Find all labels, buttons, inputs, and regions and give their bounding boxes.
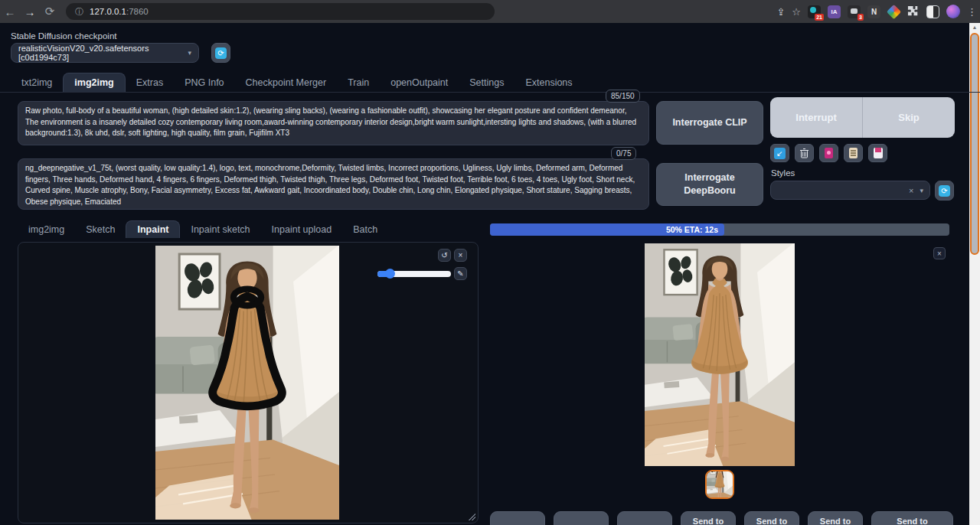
- tab-openoutpaint[interactable]: openOutpaint: [380, 73, 459, 92]
- tab-extras[interactable]: Extras: [126, 73, 174, 92]
- subtab-inpaint[interactable]: Inpaint: [126, 220, 180, 238]
- chevron-down-icon: ▾: [188, 49, 191, 57]
- checkpoint-refresh-button[interactable]: ⟳: [211, 43, 230, 63]
- tab-checkpoint-merger[interactable]: Checkpoint Merger: [235, 73, 338, 92]
- reload-icon[interactable]: ⟳: [40, 5, 60, 18]
- progress-bar: 50% ETA: 12s: [490, 223, 949, 236]
- address-bar[interactable]: ⓘ 127.0.0.1:7860: [66, 3, 495, 20]
- skip-button[interactable]: Skip: [862, 97, 955, 138]
- canvas-resize-handle[interactable]: [469, 514, 475, 520]
- tab-png-info[interactable]: PNG Info: [174, 73, 234, 92]
- send-to-button-7[interactable]: Send to: [871, 511, 953, 525]
- send-to-button-5[interactable]: Send to: [744, 511, 799, 525]
- main-tab-bar: txt2img img2img Extras PNG Info Checkpoi…: [11, 73, 583, 92]
- share-icon[interactable]: ⇪: [776, 6, 785, 18]
- subtab-inpaint-upload[interactable]: Inpaint upload: [261, 220, 343, 238]
- brush-size-slider[interactable]: [377, 271, 451, 277]
- site-info-icon[interactable]: ⓘ: [75, 6, 83, 18]
- save-style-button[interactable]: [868, 144, 887, 162]
- negative-token-counter: 0/75: [611, 147, 636, 160]
- output-preview-image[interactable]: [645, 243, 795, 466]
- back-icon[interactable]: ←: [0, 5, 20, 18]
- scrollbar-up-arrow[interactable]: ▲: [969, 23, 980, 32]
- browser-menu-icon[interactable]: ⋮: [967, 6, 977, 18]
- refresh-icon: ⟳: [215, 47, 227, 59]
- styles-dropdown[interactable]: × ▾: [770, 181, 930, 200]
- paste-params-button[interactable]: ↙: [770, 144, 789, 162]
- tab-train[interactable]: Train: [337, 73, 380, 92]
- browser-profile-avatar[interactable]: [946, 5, 960, 18]
- url-host: 127.0.0.1: [90, 7, 126, 16]
- paste-arrow-icon: ↙: [774, 148, 786, 159]
- img2img-tab-bar: img2img Sketch Inpaint Inpaint sketch In…: [18, 220, 388, 238]
- extension-messages-icon[interactable]: 3: [848, 5, 861, 18]
- extension-ia-icon[interactable]: IA: [828, 5, 841, 18]
- close-icon[interactable]: ×: [933, 247, 946, 259]
- browser-toolbar: ← → ⟳ ⓘ 127.0.0.1:7860 ⇪ ☆ 21 IA 3 N ⋮: [0, 0, 980, 23]
- stable-diffusion-webui: ← → ⟳ ⓘ 127.0.0.1:7860 ⇪ ☆ 21 IA 3 N ⋮ ▲…: [0, 0, 980, 525]
- page-scrollbar[interactable]: ▲: [969, 23, 980, 525]
- send-to-button-6[interactable]: Send to: [808, 511, 863, 525]
- positive-token-counter: 85/150: [606, 90, 640, 103]
- clipboard-icon: [849, 148, 858, 158]
- tab-settings[interactable]: Settings: [459, 73, 514, 92]
- refresh-icon: ⟳: [939, 185, 950, 197]
- interrupt-button[interactable]: Interrupt: [770, 97, 862, 138]
- negative-prompt-input[interactable]: ng_deepnegative_v1_75t, (worst quality, …: [18, 158, 649, 210]
- progress-fill: 50% ETA: 12s: [490, 223, 724, 236]
- interrogate-deepbooru-line2: DeepBooru: [684, 184, 735, 197]
- brush-slider-handle[interactable]: [385, 269, 395, 279]
- zip-button[interactable]: [554, 511, 609, 525]
- interrogate-deepbooru-line1: Interrogate: [684, 171, 734, 184]
- flower-card-icon: [825, 148, 833, 158]
- style-card-button[interactable]: [819, 144, 838, 162]
- save-button[interactable]: [490, 511, 545, 525]
- close-icon[interactable]: ×: [454, 249, 467, 262]
- tab-extensions[interactable]: Extensions: [514, 73, 583, 92]
- bookmark-star-icon[interactable]: ☆: [792, 6, 801, 18]
- brush-icon[interactable]: ✎: [454, 267, 467, 280]
- subtab-img2img[interactable]: img2img: [18, 220, 75, 238]
- send-to-button-4[interactable]: Send to: [681, 511, 736, 525]
- positive-prompt-input[interactable]: Raw photo, full-body of a beautiful woma…: [18, 101, 649, 145]
- interrogate-deepbooru-button[interactable]: Interrogate DeepBooru: [656, 163, 763, 206]
- checkpoint-label: Stable Diffusion checkpoint: [11, 31, 117, 41]
- interrogate-clip-button[interactable]: Interrogate CLIP: [656, 101, 763, 145]
- inpaint-source-image[interactable]: [155, 246, 339, 520]
- styles-label: Styles: [771, 168, 795, 178]
- subtab-batch[interactable]: Batch: [342, 220, 388, 238]
- apply-style-button[interactable]: [844, 144, 863, 162]
- gallery-thumbnail-selected[interactable]: [705, 470, 734, 499]
- clear-prompt-button[interactable]: [795, 144, 814, 162]
- url-port: :7860: [126, 7, 149, 16]
- checkpoint-value: realisticVisionV20_v20.safetensors [c0d1…: [18, 44, 188, 62]
- tab-img2img[interactable]: img2img: [63, 73, 125, 92]
- thumbnail-image: [707, 471, 733, 497]
- tab-txt2img[interactable]: txt2img: [11, 73, 63, 92]
- extension-timer-icon[interactable]: 21: [808, 5, 821, 18]
- extension-notion-icon[interactable]: N: [867, 5, 880, 18]
- dark-reader-icon[interactable]: [926, 5, 939, 18]
- save-floppy-icon: [874, 148, 883, 158]
- undo-icon[interactable]: ↺: [438, 249, 451, 262]
- scrollbar-thumb[interactable]: [970, 33, 979, 255]
- subtab-sketch[interactable]: Sketch: [75, 220, 126, 238]
- send-button-3[interactable]: [617, 511, 672, 525]
- checkpoint-dropdown[interactable]: realisticVisionV20_v20.safetensors [c0d1…: [11, 43, 199, 63]
- chevron-down-icon: ▾: [920, 187, 923, 194]
- forward-icon[interactable]: →: [20, 5, 40, 18]
- gallery-action-row: Send to Send to Send to Send to: [490, 511, 953, 525]
- trash-icon: [799, 148, 809, 158]
- inpaint-canvas-panel: ↺ × ✎: [18, 242, 479, 523]
- prompt-tool-row: ↙: [770, 144, 887, 162]
- extension-diamond-icon[interactable]: [887, 4, 901, 18]
- extensions-puzzle-icon[interactable]: [907, 5, 920, 18]
- clear-styles-icon[interactable]: ×: [909, 186, 913, 195]
- subtab-inpaint-sketch[interactable]: Inpaint sketch: [180, 220, 260, 238]
- styles-refresh-button[interactable]: ⟳: [935, 181, 954, 201]
- generation-controls: Interrupt Skip: [770, 97, 955, 138]
